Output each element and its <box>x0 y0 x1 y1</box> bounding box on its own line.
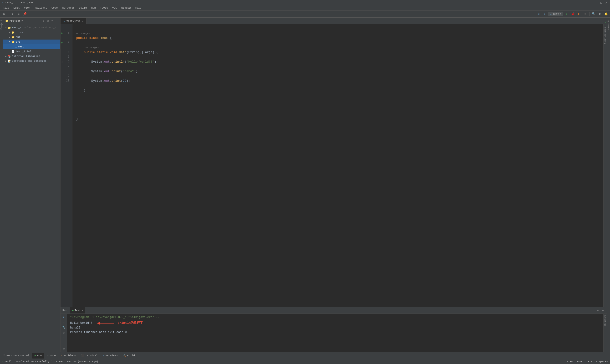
code-editor[interactable]: no usagespublic class Test { no usages p… <box>72 24 603 307</box>
project-sidebar: 📁 Project ▼ ⚙ ⊞ ≡ — ▼ 📁 test_1 D:\Projec… <box>3 18 61 352</box>
search-everywhere-icon[interactable]: 🔍 <box>591 12 596 17</box>
nav-run[interactable]: ▶ Run <box>32 353 44 359</box>
line-numbers: ▶ 1 ▶ 2 3 4 5 λ 6 7 8 9 10 <box>61 24 72 307</box>
menu-run[interactable]: Run <box>89 6 98 10</box>
test-java-icon: ☕ <box>15 45 17 48</box>
sidebar-layout-icon[interactable]: ⊞ <box>46 19 50 23</box>
toolbar-settings-icon[interactable]: ⚙ <box>10 12 15 17</box>
project-dropdown-icon[interactable]: ▼ <box>21 20 23 22</box>
sidebar-pin-icon[interactable]: — <box>54 19 58 23</box>
root-expand-arrow: ▼ <box>4 26 8 29</box>
menu-edit[interactable]: Edit <box>12 6 21 10</box>
project-tree: ▼ 📁 test_1 D:\Project\JAVA\test_1 ▶ 📁 .i… <box>3 24 60 352</box>
run-start-btn[interactable]: ▶ <box>61 315 66 319</box>
run-up-btn[interactable]: ↑ <box>61 336 66 341</box>
toolbar-project-icon[interactable]: ⊞ <box>1 12 7 17</box>
root-label: test_1 D:\Project\JAVA\test_1 <box>12 26 56 29</box>
run-layout-btn[interactable]: ⊞ <box>61 330 66 335</box>
tree-item-test[interactable]: ☕ Test <box>3 44 60 49</box>
maximize-button[interactable]: □ <box>599 1 603 4</box>
tab-test-java[interactable]: ☕ Test.java ✕ <box>61 18 87 24</box>
coverage-button[interactable]: ▶ <box>576 12 582 17</box>
toolbar-back-icon[interactable]: ◀ <box>536 12 541 17</box>
nav-services[interactable]: ⊙ Services <box>101 353 120 359</box>
nav-problems[interactable]: ⚠ Problems <box>59 353 78 359</box>
nav-terminal[interactable]: ⬛ Terminal <box>79 353 100 359</box>
bookmarks-sidebar[interactable]: Bookmarks <box>607 18 610 352</box>
services-label: Services <box>105 354 118 357</box>
output-line-haha: haha22 <box>70 326 600 330</box>
vc-icon: ⑂ <box>3 354 5 357</box>
tab-more-icon[interactable]: ⋮ <box>601 21 605 24</box>
tab-java-icon: ☕ <box>63 20 65 23</box>
menu-refactor[interactable]: Refactor <box>60 6 77 10</box>
tree-item-scratches[interactable]: ▶ 📝 Scratches and Consoles <box>3 59 60 63</box>
cursor-position[interactable]: 4:34 <box>566 360 572 363</box>
project-panel-tab[interactable]: Project <box>0 18 3 352</box>
run-down-btn[interactable]: ↓ <box>61 341 66 346</box>
run-tab-close[interactable]: ✕ <box>82 309 83 312</box>
toolbar-forward-icon[interactable]: ▶ <box>542 12 547 17</box>
checkmark-icon: ✓ <box>605 20 607 24</box>
arrow-head <box>97 322 100 325</box>
debug-button[interactable]: 🐞 <box>570 12 575 17</box>
file-encoding[interactable]: UTF-8 <box>585 360 593 363</box>
problems-icon: ⚠ <box>61 354 63 357</box>
editor-area: ☕ Test.java ✕ ⋮ ✓ ▶ 1 ▶ 2 <box>61 18 607 352</box>
notification-icon[interactable]: 🔔 <box>603 12 609 17</box>
test-label: Test <box>18 45 24 48</box>
line-num-1: ▶ 1 <box>61 31 72 36</box>
line-num-8: 8 <box>61 69 72 74</box>
run-panel-gear-icon[interactable]: ⚙ <box>596 309 600 312</box>
sidebar-settings-icon[interactable]: ≡ <box>50 19 54 23</box>
tree-item-idea[interactable]: ▶ 📁 .idea <box>3 30 60 35</box>
code-line-2: public static void main(String[] args) { <box>76 50 601 55</box>
line-ending[interactable]: CRLF <box>576 360 582 363</box>
close-button[interactable]: ✕ <box>604 1 608 4</box>
menu-help[interactable]: Help <box>133 6 143 10</box>
ext-libs-expand-arrow: ▶ <box>4 54 8 58</box>
run-gutter-1[interactable]: ▶ <box>62 31 63 35</box>
title-bar: ✦ test_1 - Test.java — □ ✕ <box>0 0 610 5</box>
nav-version-control[interactable]: ⑂ Version Control <box>1 353 32 359</box>
menu-vcs[interactable]: VCS <box>110 6 119 10</box>
minimize-button[interactable]: — <box>595 1 598 4</box>
run-tab[interactable]: ▶ Test ✕ <box>70 307 85 313</box>
stop-button[interactable]: ■ <box>583 12 588 17</box>
structure-sidebar[interactable]: Structure <box>603 314 607 352</box>
run-button[interactable]: ▶ <box>564 12 569 17</box>
run-tools-btn[interactable]: 🔧 <box>61 325 66 330</box>
tree-item-src[interactable]: ▼ 📁 src <box>3 39 60 44</box>
menu-code[interactable]: Code <box>50 6 60 10</box>
run-nav-label: Run <box>37 354 42 357</box>
indent-type[interactable]: 4 spaces <box>596 360 608 363</box>
run-tab-icon: ▶ <box>72 309 74 312</box>
editor-tabs: ☕ Test.java ✕ ⋮ ✓ <box>61 18 607 24</box>
run-gutter-2[interactable]: ▶ <box>62 41 63 45</box>
menu-file[interactable]: File <box>1 6 11 10</box>
nav-todo[interactable]: ☑ TODO <box>45 353 58 359</box>
run-config-selector[interactable]: ☕ Test ▼ <box>548 12 563 16</box>
out-expand-arrow: ▶ <box>8 36 12 39</box>
line-num-5: 5 <box>61 55 72 60</box>
toolbar-collapse-icon[interactable]: — <box>28 12 34 17</box>
menu-navigate[interactable]: Navigate <box>33 6 49 10</box>
menu-view[interactable]: View <box>22 6 32 10</box>
tree-item-ext-libs[interactable]: ▶ 📚 External Libraries <box>3 54 60 59</box>
tree-item-out[interactable]: ▶ 📁 out <box>3 35 60 39</box>
tree-item-iml[interactable]: 📄 test_1.iml <box>3 49 60 54</box>
sidebar-gear-icon[interactable]: ⚙ <box>42 19 46 23</box>
toolbar-pin-icon[interactable]: 📌 <box>22 12 27 17</box>
run-filter-btn[interactable]: 🗑 <box>61 346 66 351</box>
menu-tools[interactable]: Tools <box>98 6 110 10</box>
tree-item-root[interactable]: ▼ 📁 test_1 D:\Project\JAVA\test_1 <box>3 25 60 30</box>
menu-build[interactable]: Build <box>77 6 89 10</box>
run-command: "C:\Program Files\Java\jdk1.8.0_192\bin\… <box>70 315 600 320</box>
settings-gear-icon[interactable]: ⚙ <box>597 12 602 17</box>
tab-close-icon[interactable]: ✕ <box>82 20 83 23</box>
toolbar-structure-icon[interactable]: ≡ <box>16 12 21 17</box>
menu-window[interactable]: Window <box>119 6 133 10</box>
run-rerun-btn[interactable]: ↺ <box>61 320 66 325</box>
run-panel-minimize-icon[interactable]: — <box>601 309 605 312</box>
nav-build[interactable]: 🔨 Build <box>121 353 137 359</box>
